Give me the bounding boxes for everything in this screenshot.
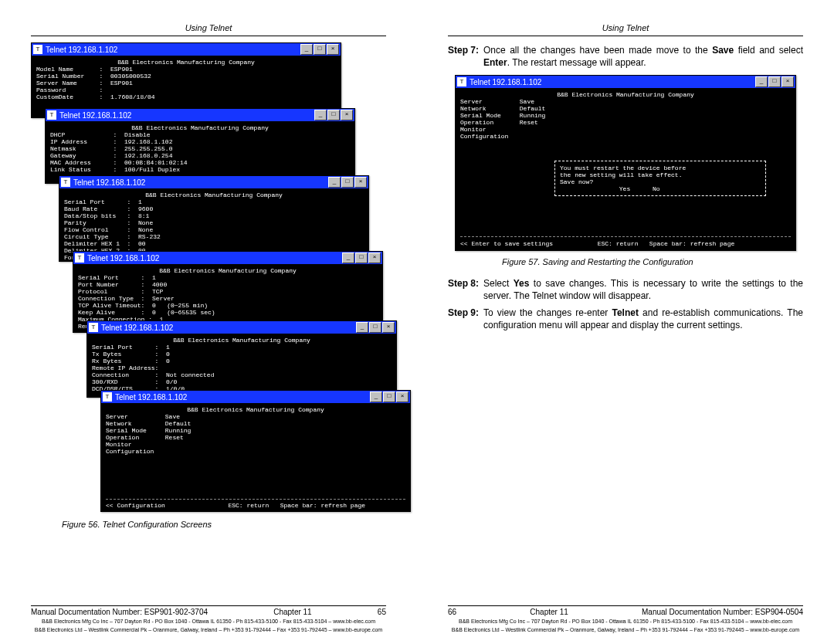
app-icon: T — [61, 178, 70, 187]
minimize-icon[interactable]: _ — [356, 322, 368, 333]
page-number: 65 — [378, 608, 386, 616]
page-number: 66 — [448, 608, 456, 616]
terminal-body: B&B Electronics Manufacturing CompanyDHC… — [46, 121, 354, 183]
titlebar: T Telnet 192.168.1.102 _□× — [101, 391, 410, 403]
telnet-window-server: T Telnet 192.168.1.102 _ □ × B&B Electro… — [31, 42, 341, 118]
minimize-icon[interactable]: _ — [328, 177, 341, 188]
chapter-label: Chapter 11 — [273, 608, 311, 616]
term-content: Server Save Network Default Serial Mode … — [106, 413, 191, 455]
titlebar: T Telnet 192.168.1.102 _ □ × — [32, 43, 341, 56]
app-icon: T — [33, 45, 42, 54]
step-label: Step 7: — [448, 44, 479, 69]
window-controls: _ □ × — [300, 44, 339, 55]
close-icon[interactable]: × — [368, 253, 381, 263]
close-icon[interactable]: × — [382, 322, 395, 333]
telnet-window-restart: T Telnet 192.168.1.102 _□× B&B Electroni… — [455, 75, 796, 251]
close-icon[interactable]: × — [341, 110, 353, 120]
close-icon[interactable]: × — [396, 391, 409, 402]
doc-number: Manual Documentation Number: ESP904-0504 — [642, 608, 803, 616]
footer-rule — [31, 605, 386, 606]
maximize-icon[interactable]: □ — [327, 110, 340, 120]
app-icon: T — [457, 77, 466, 86]
figure-56-caption: Figure 56. Telnet Configuration Screens — [62, 520, 386, 529]
app-icon: T — [47, 110, 56, 120]
footer-address-1: B&B Electronics Mfg Co Inc – 707 Dayton … — [448, 618, 803, 625]
titlebar-text: Telnet 192.168.1.102 — [101, 324, 356, 332]
page-left: Using Telnet T Telnet 192.168.1.102 _ □ … — [0, 0, 417, 644]
telnet-screens-stack: T Telnet 192.168.1.102 _ □ × B&B Electro… — [31, 42, 386, 514]
step-text: To view the changes re-enter Telnet and … — [483, 307, 803, 331]
double-page-spread: Using Telnet T Telnet 192.168.1.102 _ □ … — [0, 0, 834, 644]
maximize-icon[interactable]: □ — [768, 76, 781, 87]
terminal-body: B&B Electronics Manufacturing CompanySer… — [59, 188, 368, 261]
titlebar-text: Telnet 192.168.1.102 — [87, 254, 342, 263]
minimize-icon[interactable]: _ — [342, 253, 354, 263]
telnet-window-config: T Telnet 192.168.1.102 _□× B&B Electroni… — [100, 390, 411, 512]
config-menu: Server Save Network Default Serial Mode … — [460, 98, 545, 140]
step-label: Step 9: — [448, 307, 479, 331]
step-9: Step 9: To view the changes re-enter Tel… — [448, 307, 803, 331]
minimize-icon[interactable]: _ — [314, 110, 327, 120]
term-content: DHCP : Disable IP Address : 192.168.1.10… — [50, 131, 188, 173]
footer-hint: << Configuration ESC: return Space bar: … — [106, 502, 405, 509]
titlebar: T Telnet 192.168.1.102 _□× — [73, 252, 382, 264]
titlebar: T Telnet 192.168.1.102 _□× — [59, 176, 368, 188]
page-header: Using Telnet — [31, 23, 386, 32]
footer-address-2: B&B Electronics Ltd – Westlink Commercia… — [31, 626, 386, 633]
terminal-body: B&B Electronics Manufacturing CompanySer… — [87, 334, 396, 397]
close-icon[interactable]: × — [354, 177, 367, 188]
figure-57-caption: Figure 57. Saving and Restarting the Con… — [502, 257, 803, 266]
footer-rule — [448, 605, 803, 606]
page-footer: 66 Chapter 11 Manual Documentation Numbe… — [448, 601, 803, 633]
header-rule — [448, 36, 803, 36]
telnet-window-serial: T Telnet 192.168.1.102 _□× B&B Electroni… — [59, 175, 369, 262]
app-icon: T — [89, 323, 98, 332]
titlebar-text: Telnet 192.168.1.102 — [59, 111, 314, 120]
chapter-label: Chapter 11 — [530, 608, 568, 616]
telnet-window-monitor: T Telnet 192.168.1.102 _□× B&B Electroni… — [86, 320, 397, 398]
step-text: Select Yes to save changes. This is nece… — [483, 277, 803, 302]
footer-address-2: B&B Electronics Ltd – Westlink Commercia… — [448, 626, 803, 633]
footer-address-1: B&B Electronics Mfg Co Inc – 707 Dayton … — [31, 618, 386, 625]
maximize-icon[interactable]: □ — [314, 44, 326, 55]
titlebar-text: Telnet 192.168.1.102 — [115, 393, 370, 402]
term-content: Serial Port : 1 Tx Bytes : 0 Rx Bytes : … — [92, 344, 214, 392]
maximize-icon[interactable]: □ — [383, 391, 395, 402]
page-right: Using Telnet Step 7: Once all the change… — [417, 0, 834, 644]
step-7: Step 7: Once all the changes have been m… — [448, 44, 803, 69]
term-content: Model Name : ESP901 Serial Number : 0030… — [36, 66, 155, 100]
minimize-icon[interactable]: _ — [300, 44, 313, 55]
header-rule — [31, 36, 386, 36]
close-icon[interactable]: × — [327, 44, 339, 55]
restart-dialog: You must restart the device before the n… — [554, 161, 766, 196]
company-header: B&B Electronics Manufacturing Company — [36, 59, 336, 66]
titlebar-text: Telnet 192.168.1.102 — [73, 178, 328, 187]
footer-hint: << Enter to save settings ESC: return Sp… — [460, 240, 791, 247]
step-text: Once all the changes have been made move… — [483, 44, 803, 69]
step-label: Step 8: — [448, 277, 479, 302]
app-icon: T — [75, 253, 84, 263]
close-icon[interactable]: × — [781, 76, 794, 87]
terminal-body: B&B Electronics Manufacturing CompanySer… — [456, 88, 795, 250]
maximize-icon[interactable]: □ — [369, 322, 381, 333]
doc-number: Manual Documentation Number: ESP901-902-… — [31, 608, 208, 616]
terminal-body: B&B Electronics Manufacturing CompanySer… — [101, 403, 410, 511]
page-footer: Manual Documentation Number: ESP901-902-… — [31, 601, 386, 633]
minimize-icon[interactable]: _ — [370, 391, 382, 402]
restart-message: You must restart the device before the n… — [560, 164, 686, 192]
titlebar: T Telnet 192.168.1.102 _□× — [46, 109, 354, 121]
titlebar-text: Telnet 192.168.1.102 — [470, 78, 755, 86]
minimize-icon[interactable]: _ — [755, 76, 768, 87]
titlebar: T Telnet 192.168.1.102 _□× — [456, 76, 795, 88]
step-8: Step 8: Select Yes to save changes. This… — [448, 277, 803, 302]
titlebar: T Telnet 192.168.1.102 _□× — [87, 321, 396, 334]
app-icon: T — [103, 392, 112, 402]
maximize-icon[interactable]: □ — [355, 253, 368, 263]
page-header: Using Telnet — [448, 23, 803, 32]
telnet-window-network: T Telnet 192.168.1.102 _□× B&B Electroni… — [45, 108, 355, 184]
titlebar-text: Telnet 192.168.1.102 — [46, 46, 300, 54]
maximize-icon[interactable]: □ — [341, 177, 354, 188]
